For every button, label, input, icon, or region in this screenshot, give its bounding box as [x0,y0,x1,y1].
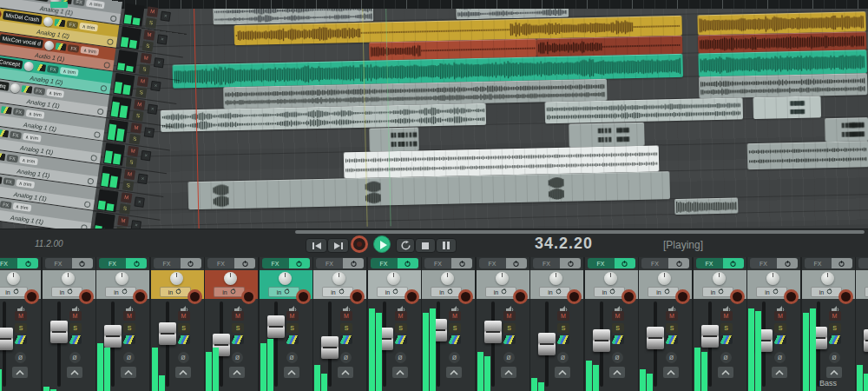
fx-chip[interactable]: FX [33,87,45,96]
fx-label[interactable]: FX [424,258,451,268]
fx-chip[interactable]: FX [13,108,25,116]
fx-chip[interactable]: FX [3,177,15,186]
phase-button[interactable]: ø [178,352,189,363]
strip-solo-button[interactable]: S [395,323,407,333]
mute-button[interactable]: M [124,169,135,181]
fx-chip[interactable]: FX [6,154,18,162]
solo-button[interactable]: S [139,64,150,76]
pause-button[interactable] [436,238,457,253]
strip-solo-button[interactable]: S [15,323,27,333]
routing-button[interactable] [720,335,733,344]
fx-power-icon[interactable] [506,258,527,268]
strip-solo-button[interactable]: S [340,323,352,333]
phase-button[interactable]: ø [720,352,732,363]
strip-pan-knob[interactable] [332,272,345,285]
strip-solo-button[interactable]: S [720,323,733,333]
strip-record-arm-button[interactable] [350,289,365,304]
mute-button[interactable]: M [143,30,155,41]
media-item[interactable] [369,127,419,151]
phase-button[interactable]: ø [232,352,243,363]
fx-slot[interactable]: FX [696,258,744,268]
routing-button[interactable] [232,335,244,344]
phase-button[interactable]: ø [829,352,840,363]
strip-mute-button[interactable]: M [503,311,516,321]
fold-button[interactable] [284,367,299,378]
routing-button[interactable] [829,335,841,344]
fader-handle[interactable] [321,336,339,359]
fx-slot[interactable]: FX [858,258,868,268]
trim-chip[interactable]: ∧ trim [13,202,32,212]
routing-button[interactable] [774,335,786,344]
fx-power-icon[interactable] [17,258,38,268]
fx-label[interactable]: FX [262,258,289,268]
phase-button[interactable]: ø [69,352,81,363]
phase-button[interactable]: ø [557,352,569,363]
horizontal-scrollbar[interactable] [295,230,865,234]
routing-button[interactable] [15,335,27,344]
trim-chip[interactable]: ∧ trim [26,109,45,119]
fx-slot[interactable]: FX [750,258,798,268]
fx-slot[interactable]: FX [641,258,689,268]
strip-record-arm-button[interactable] [730,289,745,304]
fx-label[interactable]: FX [858,258,868,268]
fold-button[interactable] [121,367,136,378]
lane-button[interactable]: × [157,34,168,44]
strip-pan-knob[interactable] [224,272,237,285]
input-chip[interactable]: in [377,287,408,297]
strip-pan-knob[interactable] [604,272,617,285]
routing-button[interactable] [557,335,569,344]
trim-chip[interactable]: ∧ trim [46,89,65,98]
fx-label[interactable]: FX [0,258,17,268]
solo-button[interactable]: S [132,110,143,122]
strip-mute-button[interactable]: M [720,311,733,321]
fold-button[interactable] [392,367,408,378]
fold-button[interactable] [12,367,28,378]
mixer-strip[interactable]: FXinMSø [422,256,477,391]
fold-button[interactable] [446,367,462,378]
strip-solo-button[interactable]: S [612,323,624,333]
strip-solo-button[interactable]: S [286,323,299,333]
strip-record-arm-button[interactable] [458,289,473,304]
strip-mute-button[interactable]: M [774,311,786,321]
fx-label[interactable]: FX [316,258,343,268]
strip-pan-knob[interactable] [115,272,128,285]
strip-record-arm-button[interactable] [296,289,311,304]
fx-label[interactable]: FX [479,258,506,268]
fold-button[interactable] [175,367,191,378]
fx-label[interactable]: FX [207,258,234,268]
fx-slot[interactable]: FX [533,258,581,268]
input-chip[interactable]: in [214,287,245,297]
input-chip[interactable]: in [51,287,82,297]
phase-button[interactable]: ø [666,352,677,363]
mixer-strip[interactable]: FXinMSø [96,256,151,391]
strip-record-arm-button[interactable] [187,289,202,304]
phase-button[interactable]: ø [340,352,352,363]
strip-pan-knob[interactable] [387,272,400,285]
strip-record-arm-button[interactable] [79,289,94,304]
track-name[interactable]: Seq [0,80,9,90]
routing-button[interactable] [178,335,190,344]
routing-button[interactable] [395,335,407,344]
strip-pan-knob[interactable] [7,272,20,285]
mixer-strip[interactable]: FXinMSø [151,256,206,391]
mixer-strip[interactable]: FXinMSø [43,256,97,391]
fader-handle[interactable] [104,325,122,348]
fx-chip[interactable]: FX [47,65,59,74]
trim-chip[interactable]: ∧ trim [81,46,100,56]
fx-power-icon[interactable] [289,258,310,268]
fx-power-icon[interactable] [126,258,147,268]
trim-chip[interactable]: ∧ trim [60,67,79,76]
fx-slot[interactable]: FX [316,258,364,268]
lane-button[interactable]: × [134,196,144,207]
fold-button[interactable] [338,367,353,378]
mixer-strip[interactable]: FXinMSøBass [802,256,857,391]
fader-handle[interactable] [538,333,556,355]
mixer-strip[interactable]: FXinMSø [205,256,260,391]
input-chip[interactable]: in [811,287,842,297]
fold-button[interactable] [826,367,842,378]
solo-button[interactable]: S [119,203,130,215]
fx-chip[interactable]: FX [66,21,78,30]
phase-button[interactable]: ø [503,352,515,363]
trim-chip[interactable]: ∧ trim [16,179,35,189]
input-chip[interactable]: in [539,287,570,297]
